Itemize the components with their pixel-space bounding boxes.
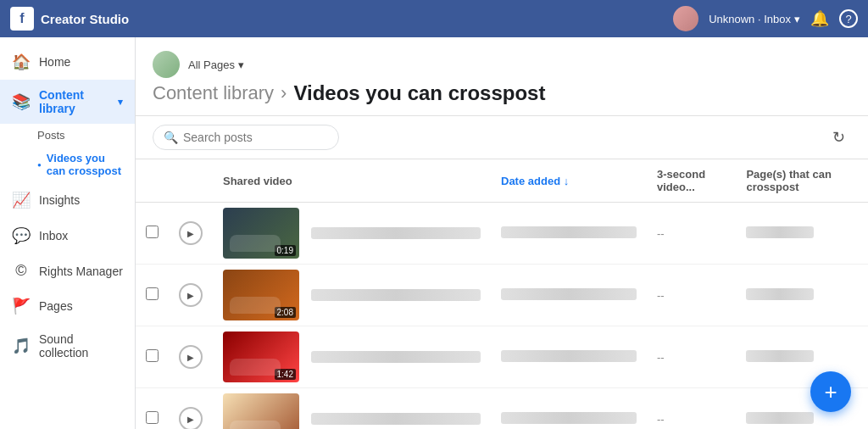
row-pages-cell xyxy=(736,265,868,326)
row-video-cell: 1:42 xyxy=(213,326,491,388)
video-title[interactable] xyxy=(311,289,481,301)
row-play-cell: ▶ xyxy=(169,203,213,265)
video-cell: 1:42 xyxy=(223,332,481,382)
sidebar-item-videos-crosspost[interactable]: Videos you can crosspost xyxy=(37,147,135,182)
row-checkbox-cell xyxy=(136,265,169,326)
plus-icon: + xyxy=(824,379,837,405)
row-play-cell: ▶ xyxy=(169,388,213,430)
refresh-icon: ↻ xyxy=(832,128,845,147)
all-pages-label: All Pages xyxy=(188,58,235,71)
chevron-down-icon: ▾ xyxy=(118,97,123,108)
row-video-cell: 1:59 xyxy=(213,388,491,430)
all-pages-button[interactable]: All Pages ▾ xyxy=(153,51,851,78)
row-3sec-cell: -- xyxy=(647,388,736,430)
row-3sec-cell: -- xyxy=(647,326,736,388)
refresh-button[interactable]: ↻ xyxy=(826,125,851,150)
sound-collection-icon: 🎵 xyxy=(12,337,31,355)
main-layout: 🏠 Home 📚 Content library ▾ Posts Videos … xyxy=(0,37,868,429)
sidebar-item-home-label: Home xyxy=(39,55,70,69)
video-thumbnail[interactable]: 0:19 xyxy=(223,208,299,259)
sidebar-item-rights-manager[interactable]: © Rights Manager xyxy=(0,254,135,288)
play-button[interactable]: ▶ xyxy=(179,221,203,245)
content-library-icon: 📚 xyxy=(12,92,31,111)
thumbnail-decoration xyxy=(230,359,281,376)
col-pages-crosspost: Page(s) that can crosspost xyxy=(736,159,868,203)
3sec-value: -- xyxy=(657,351,665,364)
sidebar-item-sound-collection[interactable]: 🎵 Sound collection xyxy=(0,324,135,368)
row-checkbox[interactable] xyxy=(146,226,159,238)
breadcrumb-current: Videos you can crosspost xyxy=(293,81,545,105)
play-button[interactable]: ▶ xyxy=(179,283,203,307)
video-thumbnail[interactable]: 1:42 xyxy=(223,332,299,382)
row-3sec-cell: -- xyxy=(647,203,736,265)
pages-value xyxy=(746,226,814,238)
col-date-added[interactable]: Date added ↓ xyxy=(491,159,647,203)
row-date-cell xyxy=(491,203,647,265)
help-icon[interactable]: ? xyxy=(839,9,858,28)
content-header: All Pages ▾ Content library › Videos you… xyxy=(136,37,868,116)
row-checkbox[interactable] xyxy=(146,411,159,424)
avatar[interactable] xyxy=(673,6,698,31)
table-row: ▶ 1:42 -- xyxy=(136,326,868,388)
col-checkbox xyxy=(136,159,169,203)
insights-icon: 📈 xyxy=(12,191,31,209)
sidebar-item-posts[interactable]: Posts xyxy=(37,124,135,147)
search-box[interactable]: 🔍 xyxy=(153,125,339,150)
create-fab-button[interactable]: + xyxy=(810,371,851,412)
table-container: Shared video Date added ↓ 3-second video… xyxy=(136,159,868,429)
row-checkbox[interactable] xyxy=(146,349,159,362)
sidebar-item-home[interactable]: 🏠 Home xyxy=(0,44,135,80)
sidebar-item-pages[interactable]: 🚩 Pages xyxy=(0,288,135,324)
sidebar-sub-items: Posts Videos you can crosspost xyxy=(0,124,135,182)
video-cell: 2:08 xyxy=(223,270,481,320)
row-checkbox-cell xyxy=(136,203,169,265)
3sec-value: -- xyxy=(657,289,665,302)
sidebar-item-insights[interactable]: 📈 Insights xyxy=(0,182,135,218)
sidebar-item-rights-manager-label: Rights Manager xyxy=(39,265,123,278)
content-area: All Pages ▾ Content library › Videos you… xyxy=(136,37,868,429)
table-row: ▶ 2:08 -- xyxy=(136,265,868,326)
row-pages-cell xyxy=(736,326,868,388)
play-button[interactable]: ▶ xyxy=(179,345,203,369)
top-nav-right: Unknown · Inbox ▾ 🔔 ? xyxy=(673,6,858,31)
col-shared-video: Shared video xyxy=(213,159,491,203)
video-title[interactable] xyxy=(311,351,481,363)
video-cell: 0:19 xyxy=(223,208,481,259)
row-play-cell: ▶ xyxy=(169,265,213,326)
thumbnail-decoration xyxy=(230,421,281,429)
video-cell: 1:59 xyxy=(223,393,481,429)
all-pages-avatar xyxy=(153,51,180,78)
date-value xyxy=(501,226,637,238)
video-thumbnail[interactable]: 1:59 xyxy=(223,393,299,429)
table-header-row: Shared video Date added ↓ 3-second video… xyxy=(136,159,868,203)
thumbnail-decoration xyxy=(230,235,281,252)
facebook-logo: f xyxy=(10,7,34,31)
row-checkbox[interactable] xyxy=(146,287,159,300)
thumbnail-decoration xyxy=(230,297,281,314)
breadcrumb-parent[interactable]: Content library xyxy=(153,82,274,104)
date-value xyxy=(501,288,637,300)
col-play xyxy=(169,159,213,203)
notifications-icon[interactable]: 🔔 xyxy=(810,9,829,28)
user-label[interactable]: Unknown · Inbox ▾ xyxy=(709,13,800,25)
toolbar: 🔍 ↻ xyxy=(136,116,868,159)
videos-table: Shared video Date added ↓ 3-second video… xyxy=(136,159,868,429)
row-3sec-cell: -- xyxy=(647,265,736,326)
pages-value xyxy=(746,412,814,424)
search-input[interactable] xyxy=(183,131,328,144)
video-thumbnail[interactable]: 2:08 xyxy=(223,270,299,320)
play-button[interactable]: ▶ xyxy=(179,407,203,429)
pages-icon: 🚩 xyxy=(12,297,31,315)
sidebar-item-sound-collection-label: Sound collection xyxy=(39,332,123,359)
sidebar-item-insights-label: Insights xyxy=(39,193,80,207)
row-checkbox-cell xyxy=(136,326,169,388)
sidebar-item-content-library[interactable]: 📚 Content library ▾ xyxy=(0,80,135,124)
pages-value xyxy=(746,350,814,362)
video-title[interactable] xyxy=(311,227,481,239)
rights-manager-icon: © xyxy=(12,262,31,280)
table-row: ▶ 1:59 -- xyxy=(136,388,868,430)
row-pages-cell xyxy=(736,203,868,265)
sidebar-item-inbox[interactable]: 💬 Inbox xyxy=(0,218,135,254)
date-value xyxy=(501,412,637,424)
video-title[interactable] xyxy=(311,413,481,425)
